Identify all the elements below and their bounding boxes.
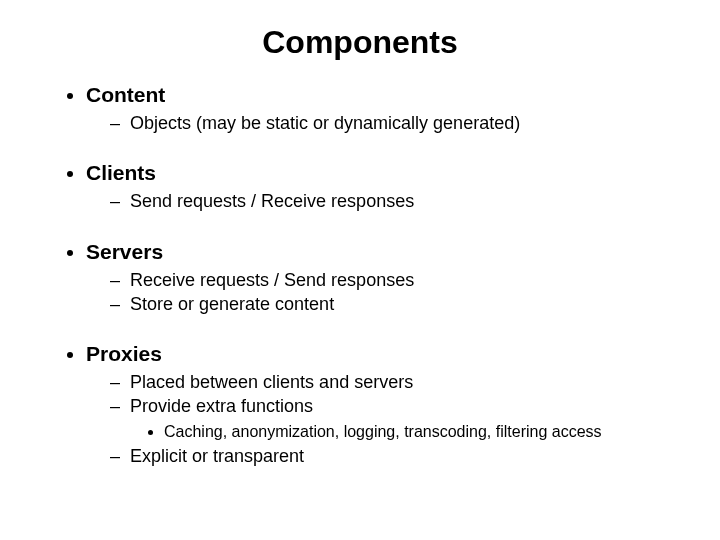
item-label: Clients <box>86 161 156 184</box>
subsubitem: Caching, anonymization, logging, transco… <box>164 421 670 443</box>
subitem: Explicit or transparent <box>110 444 670 468</box>
item-clients: Clients Send requests / Receive response… <box>86 161 670 213</box>
item-proxies: Proxies Placed between clients and serve… <box>86 342 670 468</box>
subitem: Objects (may be static or dynamically ge… <box>110 111 670 135</box>
item-content: Content Objects (may be static or dynami… <box>86 83 670 135</box>
subitem: Provide extra functions Caching, anonymi… <box>110 394 670 442</box>
sublist: Objects (may be static or dynamically ge… <box>86 111 670 135</box>
slide-title: Components <box>50 24 670 61</box>
slide: Components Content Objects (may be stati… <box>0 0 720 540</box>
subitem-label: Provide extra functions <box>130 396 313 416</box>
subitem: Send requests / Receive responses <box>110 189 670 213</box>
subitem: Receive requests / Send responses <box>110 268 670 292</box>
subitem: Store or generate content <box>110 292 670 316</box>
sublist: Placed between clients and servers Provi… <box>86 370 670 468</box>
bullet-list: Content Objects (may be static or dynami… <box>50 83 670 469</box>
item-label: Proxies <box>86 342 162 365</box>
sublist: Send requests / Receive responses <box>86 189 670 213</box>
item-label: Servers <box>86 240 163 263</box>
subsublist: Caching, anonymization, logging, transco… <box>130 421 670 443</box>
sublist: Receive requests / Send responses Store … <box>86 268 670 317</box>
item-servers: Servers Receive requests / Send response… <box>86 240 670 317</box>
subitem: Placed between clients and servers <box>110 370 670 394</box>
item-label: Content <box>86 83 165 106</box>
